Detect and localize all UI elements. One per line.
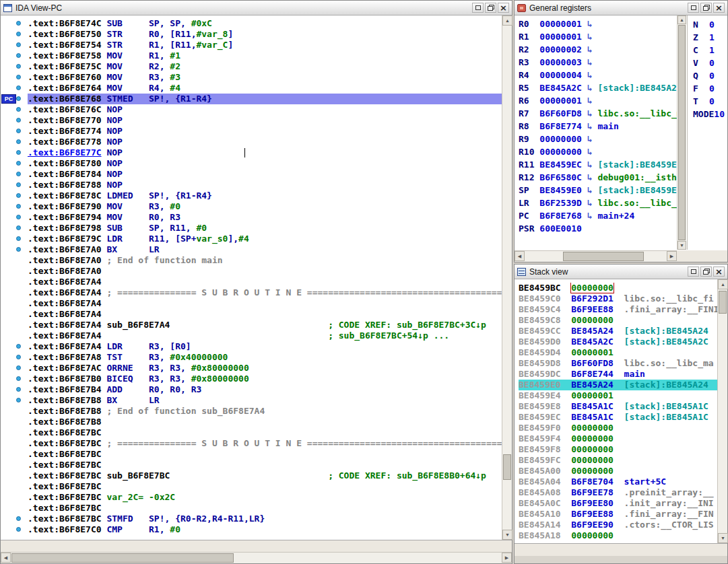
stack-row[interactable]: BE8459C4 B6F9EE88 .fini_array:__FINI <box>519 304 717 315</box>
float-button[interactable] <box>700 3 712 13</box>
disasm-line[interactable]: .text:B6F8E7BC STMFD SP!, {R0-R2,R4-R11,… <box>1 514 502 524</box>
stack-row[interactable]: BE8459CC BE845A24 [stack]:BE845A24 <box>519 326 717 337</box>
registers-hscroll-thumb[interactable] <box>563 252 644 261</box>
register-row[interactable]: R6 00000001 ↳ <box>519 96 677 108</box>
disasm-line[interactable]: .text:B6F8E77C NOP <box>1 147 502 158</box>
scroll-left-button[interactable]: ◀ <box>1 553 11 563</box>
disasm-line[interactable]: .text:B6F8E754 STR R1, [R11,#var_C] <box>1 40 502 50</box>
disasm-line[interactable]: .text:B6F8E7BC <box>1 460 502 470</box>
disasm-line[interactable]: .text:B6F8E758 MOV R1, #1 <box>1 50 502 61</box>
register-row[interactable]: R1 00000001 ↳ <box>519 32 677 44</box>
disasm-line[interactable]: .text:B6F8E7BC var_2C= -0x2C <box>1 492 502 503</box>
disasm-line[interactable]: .text:B6F8E7A0 <box>1 266 502 277</box>
disasm-line[interactable]: .text:B6F8E7A0 BX LR <box>1 244 502 255</box>
disasm-line[interactable]: .text:B6F8E768 STMED SP!, {R1-R4} <box>1 94 502 104</box>
flag-row[interactable]: Z1 <box>693 32 727 45</box>
stack-row[interactable]: BE845A00 00000000 <box>519 466 717 477</box>
flag-row[interactable]: C1 <box>693 45 727 58</box>
register-row[interactable]: PSR 600E0010 <box>519 223 677 236</box>
jump-arrow-icon[interactable]: ↳ <box>582 32 597 42</box>
disasm-line[interactable]: .text:B6F8E7AC ORRNE R3, R3, #0x80000000 <box>1 363 502 374</box>
close-button[interactable]: × <box>498 3 509 13</box>
flag-row[interactable]: V0 <box>693 58 727 71</box>
registers-hscrollbar[interactable]: ◀ ▶ <box>515 250 677 262</box>
disasm-line[interactable]: .text:B6F8E784 NOP <box>1 169 502 180</box>
disasm-line[interactable]: .text:B6F8E7B8 BX LR <box>1 395 502 406</box>
disasm-line[interactable]: .text:B6F8E7BC ; =============== S U B R… <box>1 438 502 449</box>
stack-row[interactable]: BE8459E8 BE845A1C [stack]:BE845A1C <box>519 401 717 412</box>
disasm-hscroll-thumb[interactable] <box>11 553 234 563</box>
stack-row[interactable]: BE845A04 B6F8E704 start+5C <box>519 477 717 487</box>
stack-row[interactable]: BE8459E4 00000001 <box>519 390 717 401</box>
stack-row[interactable]: BE8459F4 00000000 <box>519 433 717 444</box>
scroll-left-button[interactable]: ◀ <box>515 251 525 261</box>
disasm-hscrollbar[interactable]: ◀ ▶ <box>1 552 512 563</box>
stack-row[interactable]: BE8459F0 00000000 <box>519 423 717 433</box>
disasm-line[interactable]: .text:B6F8E764 MOV R4, #4 <box>1 83 502 94</box>
flag-row[interactable]: Q0 <box>693 71 727 83</box>
scroll-down-button[interactable]: ▼ <box>502 530 512 540</box>
jump-arrow-icon[interactable]: ↳ <box>582 70 597 80</box>
scroll-down-button[interactable]: ▼ <box>718 533 728 543</box>
jump-arrow-icon[interactable]: ↳ <box>582 147 597 157</box>
disasm-line[interactable]: .text:B6F8E7B8 ; End of function sub_B6F… <box>1 406 502 417</box>
register-rows[interactable]: R0 00000001 ↳ R1 00000001 ↳ R2 00000002 … <box>515 15 677 250</box>
disasm-line[interactable]: .text:B6F8E798 SUB SP, R11, #0 <box>1 223 502 234</box>
registers-vscrollbar[interactable]: ▲ ▼ <box>677 15 686 250</box>
scroll-right-button[interactable]: ▶ <box>502 553 512 563</box>
jump-arrow-icon[interactable]: ↳ <box>582 198 597 208</box>
jump-arrow-icon[interactable]: ↳ <box>582 96 597 106</box>
stack-row[interactable]: BE8459E0 BE845A24 [stack]:BE845A24 <box>519 380 717 390</box>
disasm-line[interactable]: .text:B6F8E7A4 <box>1 298 502 309</box>
register-row[interactable]: R4 00000004 ↳ <box>519 70 677 83</box>
disasm-line[interactable]: .text:B6F8E7A4 <box>1 277 502 287</box>
jump-arrow-icon[interactable]: ↳ <box>582 121 597 131</box>
jump-arrow-icon[interactable]: ↳ <box>582 185 597 195</box>
disasm-line[interactable]: .text:B6F8E760 MOV R3, #3 <box>1 72 502 83</box>
jump-arrow-icon[interactable]: ↳ <box>582 134 597 144</box>
jump-arrow-icon[interactable]: ↳ <box>582 108 597 118</box>
disasm-line[interactable]: .text:B6F8E79C LDR R11, [SP+var_s0],#4 <box>1 234 502 244</box>
flag-row[interactable]: T0 <box>693 96 727 109</box>
stack-rows[interactable]: BE8459BC 00000000BE8459C0 B6F292D1 libc.… <box>515 279 717 543</box>
maximize-button[interactable] <box>688 3 699 13</box>
jump-arrow-icon[interactable]: ↳ <box>582 44 597 55</box>
disasm-line[interactable]: .text:B6F8E7A4 ; sub_B6F8E7BC+54↓p ... <box>1 330 502 341</box>
register-row[interactable]: R3 00000003 ↳ <box>519 57 677 70</box>
stack-vscrollbar[interactable]: ▲ ▼ <box>717 279 727 543</box>
scroll-right-button[interactable]: ▶ <box>667 251 677 261</box>
register-row[interactable]: R11 BE8459EC ↳ [stack]:BE8459EC <box>519 160 677 172</box>
disasm-line[interactable]: .text:B6F8E7BC sub_B6F8E7BC ; CODE XREF:… <box>1 470 502 481</box>
disasm-vscroll-thumb[interactable] <box>503 454 511 480</box>
disasm-line[interactable]: .text:B6F8E7BC <box>1 427 502 438</box>
stack-row[interactable]: BE8459DC B6F8E744 main <box>519 369 717 380</box>
register-row[interactable]: R0 00000001 ↳ <box>519 19 677 32</box>
stack-titlebar[interactable]: Stack view × <box>515 265 727 279</box>
register-row[interactable]: SP BE8459E0 ↳ [stack]:BE8459E0 <box>519 185 677 198</box>
disasm-line[interactable]: .text:B6F8E770 NOP <box>1 115 502 126</box>
stack-vscroll-thumb[interactable] <box>719 291 727 314</box>
close-button[interactable]: × <box>713 3 725 13</box>
disasm-line[interactable]: .text:B6F8E790 MOV R3, #0 <box>1 201 502 212</box>
disasm-line[interactable]: .text:B6F8E7BC <box>1 503 502 514</box>
register-row[interactable]: R10 00000000 ↳ <box>519 147 677 160</box>
stack-row[interactable]: BE845A18 00000000 <box>519 530 717 541</box>
register-row[interactable]: LR B6F2539D ↳ libc.so:__libc_in <box>519 198 677 211</box>
disasm-line[interactable]: .text:B6F8E75C MOV R2, #2 <box>1 61 502 72</box>
register-row[interactable]: R2 00000002 ↳ <box>519 44 677 57</box>
maximize-button[interactable] <box>472 3 484 13</box>
stack-row[interactable]: BE845A10 B6F9EE88 .fini_array:__FIN <box>519 509 717 520</box>
disassembly-view[interactable]: .text:B6F8E74C SUB SP, SP, #0xC.text:B6F… <box>1 15 512 540</box>
register-row[interactable]: PC B6F8E768 ↳ main+24 <box>519 211 677 223</box>
registers-vscroll-thumb[interactable] <box>678 25 686 240</box>
stack-row[interactable]: BE845A14 B6F9EE90 .ctors:__CTOR_LIS <box>519 520 717 530</box>
stack-row[interactable]: BE845A0C B6F9EE80 .init_array:__INI <box>519 498 717 509</box>
disasm-line[interactable]: .text:B6F8E74C SUB SP, SP, #0xC <box>1 18 502 29</box>
float-button[interactable] <box>700 267 712 277</box>
jump-arrow-icon[interactable]: ↳ <box>582 172 597 182</box>
registers-titlebar[interactable]: General registers × <box>515 1 727 15</box>
stack-row[interactable]: BE8459D0 BE845A2C [stack]:BE845A2C <box>519 337 717 347</box>
disasm-line[interactable]: .text:B6F8E750 STR R0, [R11,#var_8] <box>1 29 502 40</box>
disasm-line[interactable]: .text:B6F8E7A4 ; =============== S U B R… <box>1 287 502 298</box>
scroll-down-button[interactable]: ▼ <box>677 241 686 250</box>
